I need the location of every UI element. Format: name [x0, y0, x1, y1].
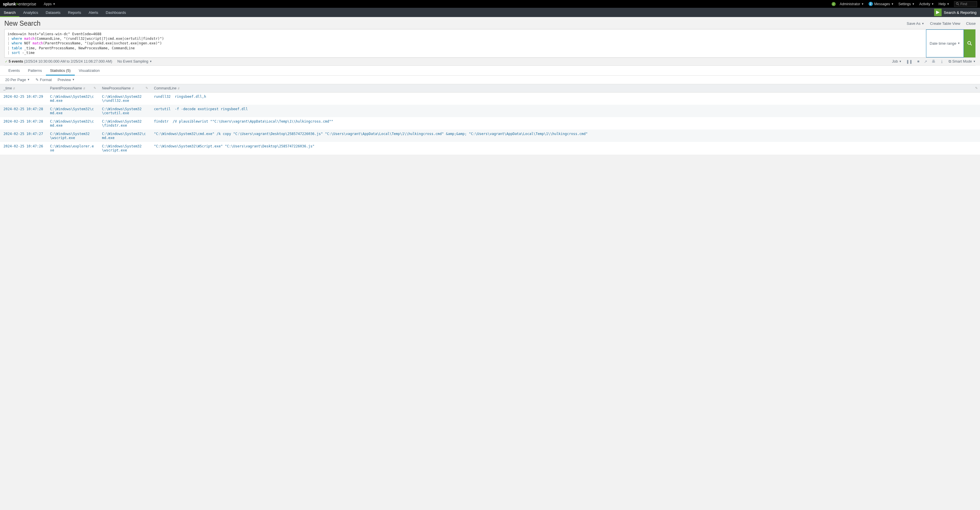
complete-check-icon: ✓	[5, 60, 8, 64]
close-button[interactable]: Close	[966, 21, 976, 26]
messages-menu[interactable]: 2Messages▼	[866, 0, 896, 8]
table-row[interactable]: 2024-02-25 10:47:27C:\Windows\System32 \…	[0, 130, 980, 142]
health-badge-icon[interactable]: ✓	[832, 2, 836, 6]
caret-icon: ▼	[53, 3, 56, 5]
pause-icon[interactable]: ❚❚	[906, 59, 912, 64]
preview-menu[interactable]: Preview▼	[57, 78, 75, 82]
col-label: CommandLine	[154, 86, 177, 90]
cell[interactable]: 2024-02-25 10:47:27	[0, 130, 46, 142]
time-range-text: (2/25/24 10:30:00.000 AM to 2/25/24 11:0…	[24, 59, 112, 64]
print-icon[interactable]: 🖶	[932, 59, 935, 64]
col-time[interactable]: _time⇵	[0, 84, 46, 92]
search-icon	[956, 2, 959, 5]
activity-menu[interactable]: Activity▼	[917, 0, 936, 8]
nav-dashboards[interactable]: Dashboards	[102, 8, 130, 17]
save-as-menu[interactable]: Save As▼	[907, 21, 924, 26]
cell[interactable]: 2024-02-25 10:47:28	[0, 105, 46, 117]
nav-search[interactable]: Search	[0, 8, 19, 17]
time-range-picker[interactable]: Date time range▼	[926, 29, 964, 57]
cell[interactable]: C:\Windows\System32\cmd.exe	[46, 117, 99, 130]
titlebar: New Search Save As▼ Create Table View Cl…	[4, 20, 976, 27]
tab-patterns[interactable]: Patterns	[24, 66, 46, 75]
caret-icon: ▼	[931, 3, 934, 5]
table-row[interactable]: 2024-02-25 10:47:26C:\Windows\explorer.e…	[0, 142, 980, 154]
nav-reports[interactable]: Reports	[64, 8, 85, 17]
tab-statistics[interactable]: Statistics (5)	[46, 66, 75, 75]
cell[interactable]: rundll32 ringsbeef.dll,h	[150, 92, 980, 105]
caret-icon: ▼	[947, 3, 950, 5]
format-menu[interactable]: ✎Format	[35, 78, 52, 82]
pencil-icon: ✎	[35, 78, 39, 82]
app-navbar: Search Analytics Datasets Reports Alerts…	[0, 8, 980, 17]
smart-mode-icon: ⧉	[948, 59, 951, 64]
tab-events[interactable]: Events	[4, 66, 24, 75]
cell[interactable]: C:\Windows\System32 \certutil.exe	[99, 105, 150, 117]
pencil-icon[interactable]: ✎	[975, 86, 978, 90]
smart-mode-label: Smart Mode	[952, 59, 972, 64]
event-count[interactable]: 5 events (2/25/24 10:30:00.000 AM to 2/2…	[9, 59, 112, 64]
activity-label: Activity	[919, 2, 930, 6]
pencil-icon[interactable]: ✎	[94, 86, 96, 90]
col-commandline[interactable]: CommandLine⇵✎	[150, 84, 980, 92]
run-search-button[interactable]	[964, 29, 975, 57]
logo: splunk>enterprise	[3, 2, 37, 6]
search-mode-menu[interactable]: ⧉Smart Mode▼	[948, 59, 976, 64]
cell[interactable]: C:\Windows\System32\cmd.exe	[46, 92, 99, 105]
cell[interactable]: C:\Windows\System32 \rundll32.exe	[99, 92, 150, 105]
caret-icon: ▼	[912, 3, 915, 5]
app-icon	[934, 9, 942, 16]
cell[interactable]: C:\Windows\explorer.exe	[46, 142, 99, 154]
svg-point-3	[968, 41, 971, 44]
pencil-icon[interactable]: ✎	[145, 86, 148, 90]
cell[interactable]: 2024-02-25 10:47:29	[0, 92, 46, 105]
messages-label: Messages	[874, 2, 890, 6]
create-table-view-button[interactable]: Create Table View	[930, 21, 960, 26]
event-sampling-menu[interactable]: No Event Sampling▼	[118, 59, 152, 64]
table-row[interactable]: 2024-02-25 10:47:29C:\Windows\System32\c…	[0, 92, 980, 105]
cell[interactable]: C:\Windows\System32\cmd.exe	[46, 105, 99, 117]
nav-datasets[interactable]: Datasets	[42, 8, 64, 17]
cell[interactable]: "C:\Windows\System32\cmd.exe" /k copy "C…	[150, 130, 980, 142]
share-icon[interactable]: ↗	[924, 59, 927, 64]
sort-icon: ⇵	[83, 87, 86, 90]
cell[interactable]: 2024-02-25 10:47:26	[0, 142, 46, 154]
apps-label: Apps	[44, 2, 52, 6]
results-toolbar: 20 Per Page▼ ✎Format Preview▼	[0, 76, 980, 84]
cell[interactable]: 2024-02-25 10:47:28	[0, 117, 46, 130]
cell[interactable]: C:\Windows\System32\cmd.exe	[99, 130, 150, 142]
cell[interactable]: certutil -f -decode exoticpest ringsbeef…	[150, 105, 980, 117]
result-tabs: Events Patterns Statistics (5) Visualiza…	[0, 66, 980, 76]
stop-icon[interactable]: ■	[917, 59, 920, 64]
cell[interactable]: C:\Windows\System32 \findstr.exe	[99, 117, 150, 130]
cell[interactable]: "C:\Windows\System32\WScript.exe" "C:\Us…	[150, 142, 980, 154]
per-page-menu[interactable]: 20 Per Page▼	[5, 78, 30, 82]
sort-icon: ⇵	[13, 87, 15, 90]
settings-menu[interactable]: Settings▼	[896, 0, 917, 8]
nav-analytics[interactable]: Analytics	[19, 8, 42, 17]
table-row[interactable]: 2024-02-25 10:47:28C:\Windows\System32\c…	[0, 105, 980, 117]
user-menu[interactable]: Administrator▼	[837, 0, 866, 8]
svg-line-1	[958, 4, 959, 5]
logo-brand: splunk	[3, 2, 16, 6]
app-label[interactable]: Search & Reporting	[934, 8, 980, 17]
spl-input[interactable]: index=win host="aliens-win-dc" EventCode…	[5, 29, 926, 57]
export-icon[interactable]: ⭳	[940, 59, 944, 64]
tab-visualization[interactable]: Visualization	[75, 66, 104, 75]
app-label-text: Search & Reporting	[944, 10, 977, 15]
caret-icon: ▼	[150, 60, 152, 63]
col-parentprocess[interactable]: ParentProcessName⇵✎	[46, 84, 99, 92]
save-as-label: Save As	[907, 21, 921, 26]
caret-icon: ▼	[922, 22, 924, 25]
table-row[interactable]: 2024-02-25 10:47:28C:\Windows\System32\c…	[0, 117, 980, 130]
nav-alerts[interactable]: Alerts	[85, 8, 102, 17]
caret-icon: ▼	[27, 78, 30, 81]
cell[interactable]: C:\Windows\System32 \wscript.exe	[99, 142, 150, 154]
cell[interactable]: findstr /V plausiblewrist ""C:\Users\vag…	[150, 117, 980, 130]
cell[interactable]: C:\Windows\System32 \wscript.exe	[46, 130, 99, 142]
apps-menu[interactable]: Apps▼	[41, 0, 58, 8]
help-menu[interactable]: Help▼	[936, 0, 952, 8]
col-newprocess[interactable]: NewProcessName⇵✎	[99, 84, 150, 92]
find-input[interactable]: Find	[954, 1, 977, 7]
search-bar: index=win host="aliens-win-dc" EventCode…	[4, 29, 976, 58]
job-menu[interactable]: Job▼	[892, 59, 902, 64]
